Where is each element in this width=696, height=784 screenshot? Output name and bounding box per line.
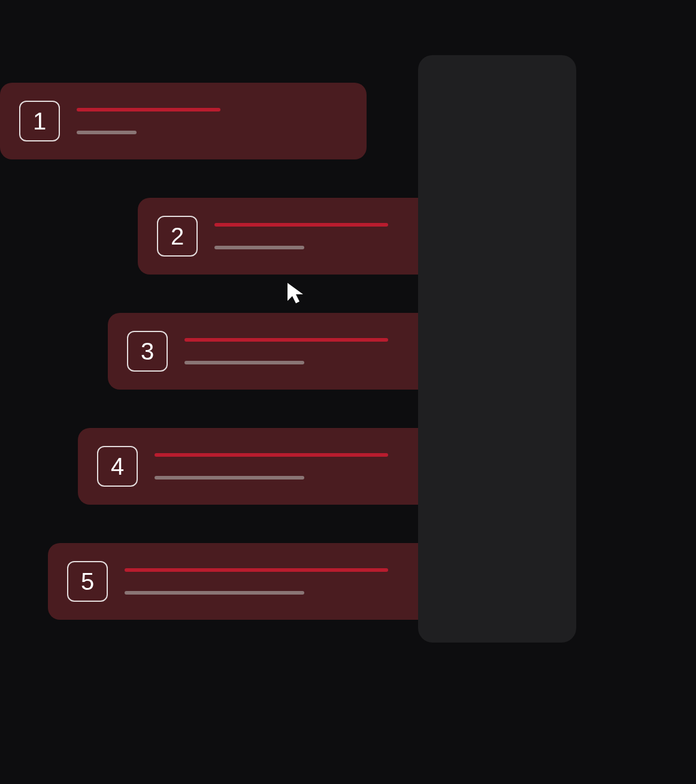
item-number: 1	[33, 109, 46, 133]
number-badge: 3	[127, 331, 168, 372]
number-badge: 2	[157, 216, 198, 257]
subtitle-placeholder	[184, 361, 304, 364]
side-panel	[418, 55, 576, 643]
subtitle-placeholder	[125, 591, 304, 595]
title-placeholder	[184, 338, 388, 342]
title-placeholder	[77, 108, 220, 111]
title-placeholder	[155, 453, 388, 457]
subtitle-placeholder	[77, 131, 137, 134]
number-badge: 5	[67, 561, 108, 602]
subtitle-placeholder	[155, 476, 304, 480]
item-number: 3	[141, 339, 154, 363]
title-placeholder	[125, 568, 388, 572]
item-number: 5	[81, 569, 94, 593]
number-badge: 4	[97, 446, 138, 487]
list-item[interactable]: 1	[0, 83, 367, 159]
subtitle-placeholder	[214, 246, 304, 249]
title-placeholder	[214, 223, 388, 227]
cursor-icon	[285, 282, 309, 308]
item-number: 2	[171, 224, 184, 248]
item-number: 4	[111, 454, 124, 478]
content-placeholder	[77, 108, 367, 134]
number-badge: 1	[19, 101, 60, 141]
